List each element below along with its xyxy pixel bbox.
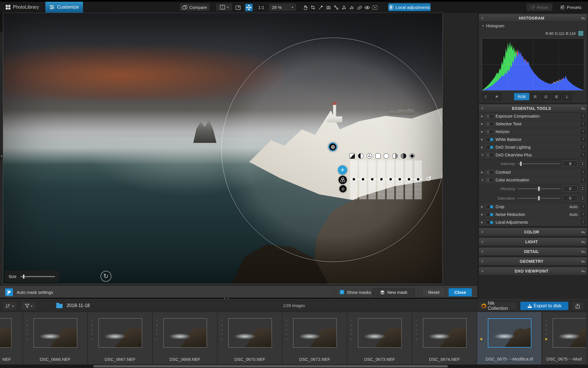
show-masks-checkbox[interactable]: ✓: [340, 290, 344, 294]
size-slider[interactable]: [20, 276, 55, 277]
local-marker-tool-button[interactable]: [371, 4, 379, 11]
panel-menu-icon[interactable]: ≡▾: [577, 239, 585, 244]
star-icon[interactable]: ★: [285, 318, 289, 323]
pan-zoom-button[interactable]: [245, 4, 253, 11]
repair-tool-button[interactable]: [356, 4, 363, 11]
close-icon[interactable]: ×: [481, 239, 486, 244]
channel-button-b[interactable]: B: [552, 93, 561, 100]
help-icon[interactable]: ?: [581, 122, 585, 126]
intensity-slider[interactable]: [517, 163, 560, 164]
star-icon[interactable]: ★: [350, 337, 353, 341]
help-icon[interactable]: ?: [581, 220, 585, 225]
mask-reset-button[interactable]: Reset: [423, 288, 445, 296]
tool-row-horizon[interactable]: ▶Horizon?: [479, 128, 587, 136]
star-icon[interactable]: ★: [350, 332, 353, 337]
close-button[interactable]: Close: [448, 288, 472, 296]
slider-value-field[interactable]: 0: [563, 185, 578, 192]
help-icon[interactable]: ?: [581, 137, 585, 142]
close-icon[interactable]: ×: [481, 16, 486, 20]
value-stepper[interactable]: ▲▼: [580, 195, 585, 202]
disclosure-triangle-icon[interactable]: ▶: [481, 122, 484, 125]
palette-header[interactable]: ×COLOR≡▾: [479, 228, 587, 236]
vibrancy-slider[interactable]: [517, 188, 560, 189]
filmstrip-scrollbar[interactable]: [0, 365, 588, 368]
star-icon[interactable]: ★: [350, 318, 353, 323]
help-icon[interactable]: ?: [581, 153, 585, 157]
star-icon[interactable]: ★: [415, 318, 418, 323]
new-mask-button[interactable]: New mask: [372, 288, 415, 296]
star-icon[interactable]: ★: [25, 323, 29, 327]
export-to-disk-button[interactable]: Export to disk: [520, 302, 568, 310]
auto-mask-button[interactable]: [5, 288, 13, 296]
tool-row-selective-tone[interactable]: ▶Selective Tone?: [479, 120, 587, 128]
disclosure-triangle-icon[interactable]: ▶: [481, 130, 484, 133]
thumbnail-image[interactable]: [163, 318, 207, 348]
star-rating[interactable]: ★★★★★: [285, 318, 289, 341]
polygon-selection-button[interactable]: [340, 4, 348, 11]
filmstrip-cell[interactable]: ★★★★★DSC_0673.NEF: [347, 312, 412, 365]
thumbnail-image[interactable]: [358, 318, 402, 348]
tool-enable-toggle[interactable]: [486, 213, 494, 216]
tool-enable-toggle[interactable]: [486, 145, 494, 149]
palette-header[interactable]: ×DXO VIEWPOINT≡▾: [479, 267, 587, 275]
star-rating[interactable]: ★★★★★: [220, 318, 224, 341]
star-icon[interactable]: ★: [155, 318, 159, 323]
channel-button-rgb[interactable]: RGB: [514, 93, 529, 100]
slider-handle[interactable]: [520, 161, 522, 166]
highlights-icon[interactable]: [384, 153, 389, 159]
star-icon[interactable]: ★: [544, 337, 548, 341]
disclosure-triangle-icon[interactable]: ▶: [481, 138, 484, 141]
midtones-icon[interactable]: [392, 153, 398, 159]
star-rating[interactable]: ★★★★★: [415, 318, 418, 341]
star-rating[interactable]: ★★★★★: [544, 318, 548, 341]
star-icon[interactable]: ★: [220, 332, 224, 337]
tool-enable-toggle[interactable]: [486, 130, 494, 134]
star-icon[interactable]: ★: [350, 323, 353, 327]
star-icon[interactable]: ★: [544, 323, 548, 327]
photo-canvas[interactable]: ↺ ☀ ◎: [3, 13, 443, 284]
tool-row-crop[interactable]: ▶CropAuto?: [479, 203, 587, 211]
filmstrip-cell[interactable]: ★★★★★DSC_0666.NEF: [23, 312, 88, 365]
panel-menu-icon[interactable]: ≡▾: [577, 230, 585, 234]
star-icon[interactable]: ★: [220, 337, 224, 341]
star-icon[interactable]: ★: [25, 337, 29, 341]
tool-row-noise-reduction[interactable]: ▶Noise ReductionAuto?: [479, 211, 587, 218]
filmstrip-cell[interactable]: ★★★★★DSC_0675⋯-Modifica.tif: [477, 312, 542, 365]
disclosure-triangle-icon[interactable]: ▼: [481, 154, 484, 156]
color-category-button[interactable]: [339, 176, 347, 184]
disclosure-triangle-icon[interactable]: ▼: [481, 179, 484, 181]
help-icon[interactable]: ?: [581, 178, 585, 182]
star-icon[interactable]: ★: [90, 323, 94, 327]
panel-menu-icon[interactable]: ≡▾: [577, 259, 585, 264]
filmstrip-cell[interactable]: ★★★★★DSC_0674.NEF: [412, 312, 477, 365]
star-icon[interactable]: ★: [479, 323, 483, 327]
star-rating[interactable]: ★★★★★: [350, 318, 353, 341]
filmstrip-cell[interactable]: ★★★★★DSC_0675⋯-Mod: [542, 312, 586, 365]
thumbnail-image[interactable]: [293, 318, 337, 348]
star-icon[interactable]: ★: [25, 332, 29, 337]
star-icon[interactable]: ★: [90, 332, 94, 337]
channel-button-r[interactable]: R: [531, 93, 540, 100]
slider-value-field[interactable]: 0: [563, 195, 578, 201]
star-icon[interactable]: ★: [479, 332, 483, 337]
help-icon[interactable]: ?: [581, 114, 585, 118]
filmstrip-cell[interactable]: ★★★★★DSC_0669.NEF: [153, 312, 218, 365]
star-icon[interactable]: ★: [155, 323, 159, 327]
help-icon[interactable]: ?: [581, 145, 585, 150]
star-icon[interactable]: ★: [220, 318, 224, 323]
local-adjustments-button[interactable]: Local adjustments: [388, 3, 431, 11]
mask-center-handle[interactable]: [328, 143, 337, 151]
star-icon[interactable]: ★: [479, 327, 483, 332]
disclosure-triangle-icon[interactable]: ▶: [481, 115, 484, 118]
contrast-icon[interactable]: [358, 153, 363, 159]
star-rating[interactable]: ★★★★★: [25, 318, 29, 341]
disclosure-triangle-icon[interactable]: ▶: [481, 146, 484, 149]
close-icon[interactable]: ×: [481, 230, 486, 234]
essential-tools-header[interactable]: × ESSENTIAL TOOLS ≡▾: [479, 104, 587, 112]
panel-menu-icon[interactable]: ≡▾: [577, 16, 585, 20]
star-icon[interactable]: ★: [220, 323, 224, 327]
star-icon[interactable]: ★: [25, 327, 29, 332]
control-points-tool-button[interactable]: [332, 4, 340, 11]
zoom-level-select[interactable]: 28 % ▾: [269, 3, 296, 11]
tool-row-local-adjustments[interactable]: ▶Local Adjustments?: [479, 218, 587, 226]
